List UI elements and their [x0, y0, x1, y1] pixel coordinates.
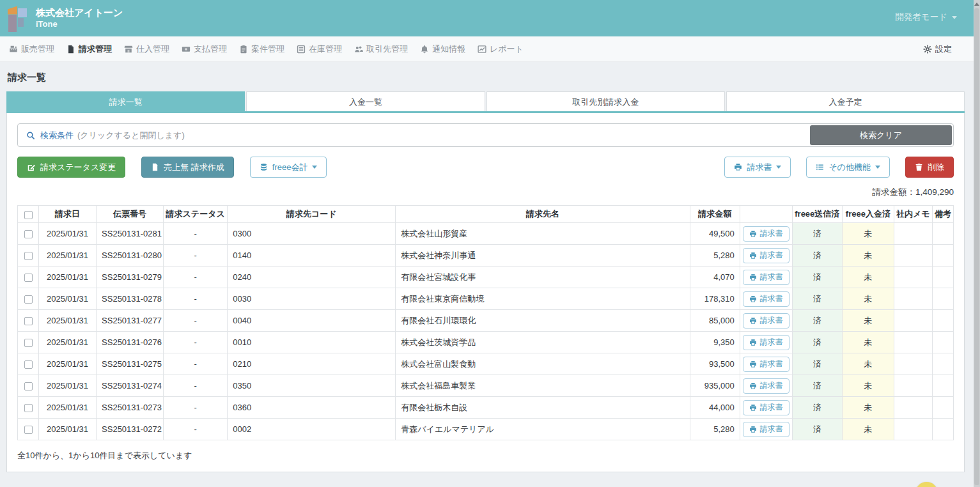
column-header: 請求日	[39, 206, 97, 223]
row-invoice-button[interactable]: 請求書	[743, 335, 789, 350]
freee-sent-cell: 済	[792, 310, 842, 332]
table-header-row: 請求日伝票番号請求ステータス請求先コード請求先名請求金額freee送信済free…	[18, 206, 954, 223]
row-checkbox[interactable]	[24, 339, 33, 347]
vertical-scrollbar[interactable]	[974, 0, 980, 487]
client-code-cell: 0140	[228, 245, 396, 267]
internal-memo-cell	[894, 310, 932, 332]
nav-item-store[interactable]: 仕入管理	[124, 43, 169, 55]
select-all-checkbox[interactable]	[24, 211, 33, 219]
nav-item-label: 販売管理	[21, 43, 54, 55]
other-functions-dropdown[interactable]: その他機能	[806, 157, 890, 178]
freee-paid-cell: 未	[842, 245, 894, 267]
caret-down-icon	[952, 16, 957, 19]
nav-items: 販売管理請求管理仕入管理支払管理案件管理在庫管理取引先管理通知情報レポート	[9, 43, 923, 55]
row-invoice-label: 請求書	[760, 315, 783, 326]
billing-date-cell: 2025/01/31	[39, 245, 97, 267]
delete-button[interactable]: 削除	[905, 157, 954, 178]
scrollbar-thumb[interactable]	[974, 8, 979, 485]
row-invoice-label: 請求書	[760, 250, 783, 261]
nav-item-users[interactable]: 取引先管理	[354, 43, 408, 55]
bell-icon	[420, 45, 429, 54]
row-checkbox[interactable]	[24, 295, 33, 304]
billing-amount-cell: 9,350	[690, 332, 740, 353]
freee-accounting-dropdown[interactable]: freee会計	[250, 157, 327, 178]
row-invoice-button[interactable]: 請求書	[743, 291, 789, 307]
billing-status-cell: -	[164, 353, 228, 375]
tab-bar: 請求一覧入金一覧取引先別請求入金入金予定	[6, 91, 965, 113]
row-checkbox[interactable]	[24, 426, 33, 434]
nav-item-label: 仕入管理	[136, 43, 169, 55]
search-clear-button[interactable]: 検索クリア	[810, 125, 952, 145]
invoice-table-body: 2025/01/31SS250131-0281-0300株式会社山形貿産49,5…	[18, 223, 954, 440]
nav-item-clipboard[interactable]: 案件管理	[239, 43, 284, 55]
nav-item-register[interactable]: 販売管理	[9, 43, 54, 55]
client-name-cell: 有限会社宮城設化事	[396, 267, 690, 288]
note-cell	[932, 353, 953, 375]
note-cell	[932, 419, 953, 440]
row-invoice-button[interactable]: 請求書	[743, 400, 789, 415]
client-name-cell: 株式会社茨城資学品	[396, 332, 690, 353]
row-checkbox[interactable]	[24, 252, 33, 260]
row-invoice-button[interactable]: 請求書	[743, 378, 789, 394]
nav-item-label: 通知情報	[432, 43, 465, 55]
freee-sent-cell: 済	[792, 332, 842, 353]
developer-mode-dropdown[interactable]: 開発者モード	[895, 12, 957, 23]
row-invoice-button[interactable]: 請求書	[743, 422, 789, 437]
billing-status-cell: -	[164, 288, 228, 310]
freee-sent-cell: 済	[792, 375, 842, 397]
billing-amount-cell: 44,000	[690, 397, 740, 419]
printer-icon	[749, 382, 757, 390]
billing-amount-cell: 85,000	[690, 310, 740, 332]
row-invoice-button[interactable]: 請求書	[743, 313, 789, 329]
floating-action-button[interactable]	[915, 482, 938, 487]
row-checkbox[interactable]	[24, 274, 33, 282]
row-checkbox[interactable]	[24, 404, 33, 412]
nav-item-chart[interactable]: レポート	[478, 43, 524, 55]
tab-1[interactable]: 請求一覧	[6, 91, 245, 111]
client-code-cell: 0360	[228, 397, 396, 419]
nav-item-inventory[interactable]: 在庫管理	[297, 43, 342, 55]
row-checkbox[interactable]	[24, 230, 33, 238]
invoice-print-dropdown[interactable]: 請求書	[724, 157, 791, 178]
nav-item-bell[interactable]: 通知情報	[420, 43, 465, 55]
create-no-sales-invoice-button[interactable]: 売上無 請求作成	[141, 157, 234, 178]
tab-3[interactable]: 取引先別請求入金	[486, 91, 725, 111]
row-invoice-button[interactable]: 請求書	[743, 357, 789, 372]
billing-status-cell: -	[164, 267, 228, 288]
row-checkbox[interactable]	[24, 360, 33, 369]
row-invoice-button[interactable]: 請求書	[743, 270, 789, 285]
nav-item-label: 請求管理	[79, 43, 112, 55]
nav-item-settings[interactable]: 設定	[923, 43, 952, 55]
database-icon	[260, 163, 268, 171]
note-cell	[932, 375, 953, 397]
row-select-cell	[18, 267, 39, 288]
settings-label: 設定	[935, 43, 952, 55]
client-name-cell: 有限会社東京商信動境	[396, 288, 690, 310]
table-row: 2025/01/31SS250131-0279-0240有限会社宮城設化事4,0…	[18, 267, 954, 288]
row-checkbox[interactable]	[24, 382, 33, 390]
tab-4[interactable]: 入金予定	[726, 91, 965, 111]
status-change-button[interactable]: 請求ステータス変更	[17, 157, 125, 178]
row-select-cell	[18, 397, 39, 419]
nav-item-file[interactable]: 請求管理	[66, 43, 112, 55]
billing-date-cell: 2025/01/31	[39, 332, 97, 353]
nav-item-money[interactable]: 支払管理	[182, 43, 227, 55]
row-invoice-button[interactable]: 請求書	[743, 248, 789, 263]
table-row: 2025/01/31SS250131-0273-0360有限会社栃木自設44,0…	[18, 397, 954, 419]
billing-status-cell: -	[164, 245, 228, 267]
printer-icon	[749, 295, 757, 303]
row-invoice-label: 請求書	[760, 402, 783, 413]
client-name-cell: 株式会社富山製食動	[396, 353, 690, 375]
note-cell	[932, 310, 953, 332]
tab-2[interactable]: 入金一覧	[246, 91, 485, 111]
billing-amount-cell: 935,000	[690, 375, 740, 397]
internal-memo-cell	[894, 245, 932, 267]
billing-date-cell: 2025/01/31	[39, 397, 97, 419]
search-conditions-panel[interactable]: 検索条件 (クリックすると開閉します) 検索クリア	[17, 123, 954, 147]
voucher-number-cell: SS250131-0278	[97, 288, 164, 310]
scroll-up-arrow-icon[interactable]	[974, 3, 979, 6]
brand-block: 株式会社アイトーン iTone	[36, 7, 123, 29]
row-invoice-button[interactable]: 請求書	[743, 226, 789, 242]
internal-memo-cell	[894, 397, 932, 419]
row-checkbox[interactable]	[24, 317, 33, 325]
